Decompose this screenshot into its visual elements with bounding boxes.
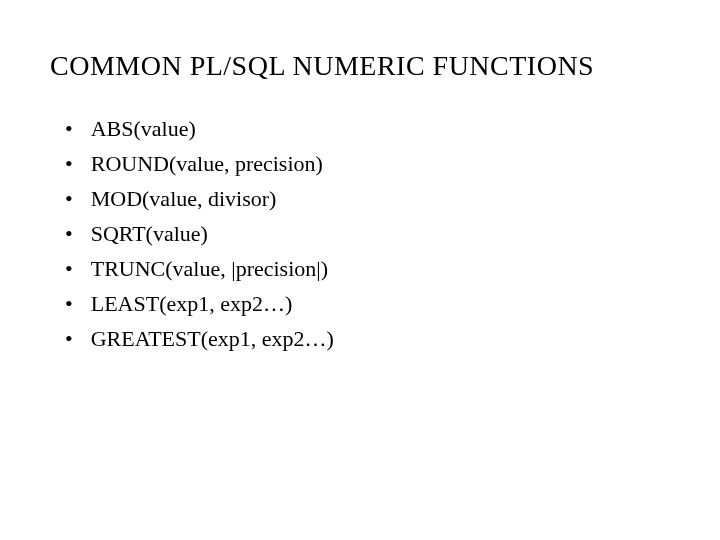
function-list: • ABS(value) • ROUND(value, precision) •… bbox=[50, 112, 680, 355]
list-item: • SQRT(value) bbox=[65, 217, 680, 250]
bullet-icon: • bbox=[65, 217, 73, 250]
list-item: • LEAST(exp1, exp2…) bbox=[65, 287, 680, 320]
bullet-icon: • bbox=[65, 182, 73, 215]
list-item: • MOD(value, divisor) bbox=[65, 182, 680, 215]
slide-title: COMMON PL/SQL NUMERIC FUNCTIONS bbox=[50, 50, 680, 82]
list-item-text: ABS(value) bbox=[91, 112, 196, 145]
bullet-icon: • bbox=[65, 147, 73, 180]
bullet-icon: • bbox=[65, 322, 73, 355]
list-item: • ABS(value) bbox=[65, 112, 680, 145]
bullet-icon: • bbox=[65, 252, 73, 285]
list-item-text: ROUND(value, precision) bbox=[91, 147, 323, 180]
bullet-icon: • bbox=[65, 287, 73, 320]
list-item-text: SQRT(value) bbox=[91, 217, 208, 250]
list-item-text: TRUNC(value, |precision|) bbox=[91, 252, 328, 285]
list-item: • ROUND(value, precision) bbox=[65, 147, 680, 180]
list-item-text: GREATEST(exp1, exp2…) bbox=[91, 322, 334, 355]
bullet-icon: • bbox=[65, 112, 73, 145]
list-item: • TRUNC(value, |precision|) bbox=[65, 252, 680, 285]
list-item-text: MOD(value, divisor) bbox=[91, 182, 277, 215]
list-item: • GREATEST(exp1, exp2…) bbox=[65, 322, 680, 355]
list-item-text: LEAST(exp1, exp2…) bbox=[91, 287, 293, 320]
